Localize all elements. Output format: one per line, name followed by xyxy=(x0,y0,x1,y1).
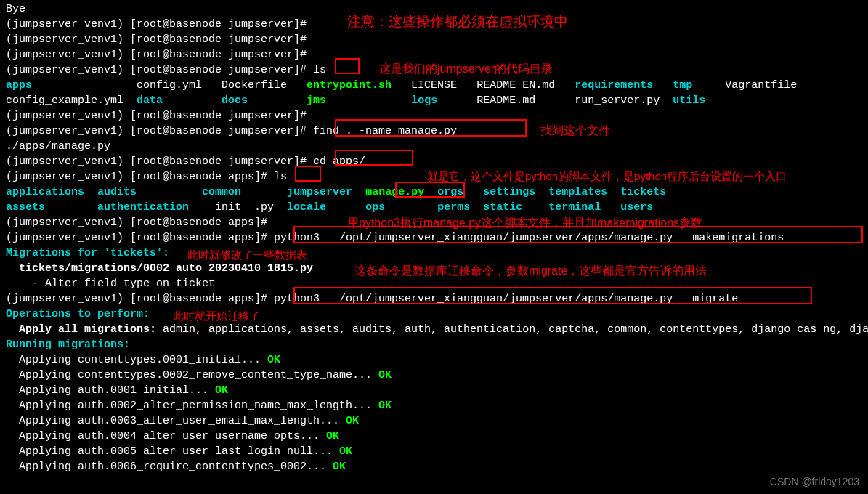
dir-item: assets xyxy=(6,201,45,214)
dir-apps: apps xyxy=(6,79,32,92)
migration-text: Applying auth.0005_alter_user_last_login… xyxy=(6,445,339,458)
command-ls: ls xyxy=(274,171,287,183)
dir-item: terminal xyxy=(548,201,601,214)
dir-item: audits xyxy=(97,186,137,198)
migration-text: Applying auth.0006_require_contenttypes_… xyxy=(6,461,333,473)
migration-line: Applying auth.0004_alter_user_username_o… xyxy=(6,429,862,444)
watermark: CSDN @friday1203 xyxy=(770,474,859,490)
dir-item: perms xyxy=(437,201,470,214)
dir-item: ops xyxy=(365,201,385,214)
dir-item: templates xyxy=(548,186,607,198)
annotation-find: 找到这个文件 xyxy=(540,123,610,138)
exec-manage: manage.py xyxy=(365,186,424,198)
dir-item: static xyxy=(483,201,522,214)
apply-all-line: Apply all migrations: admin, application… xyxy=(6,322,862,337)
prompt-line: (jumpserver_venv1) [root@basenode jumpse… xyxy=(6,32,862,47)
ls-output-row: apps config.yml Dockerfile entrypoint.sh… xyxy=(6,78,862,93)
exec-entrypoint: entrypoint.sh xyxy=(307,79,392,92)
annotation-modified: 此时就修改了一些数据表 xyxy=(187,247,307,262)
prompt-line: (jumpserver_venv1) [root@basenode jumpse… xyxy=(6,47,862,62)
migration-line: Applying contenttypes.0001_initial... OK xyxy=(6,352,862,368)
prompt-line: (jumpserver_venv1) [root@basenode apps]#… xyxy=(6,291,862,307)
dir-data: data xyxy=(137,94,163,107)
ok-status: OK xyxy=(378,369,392,381)
dir-tmp: tmp xyxy=(673,79,692,92)
prompt-line: (jumpserver_venv1) [root@basenode jumpse… xyxy=(6,124,862,139)
exec-jms: jms xyxy=(307,94,326,107)
dir-item: authentication xyxy=(97,201,189,214)
migration-detail: - Alter field type on ticket xyxy=(6,276,862,291)
dir-item: users xyxy=(620,201,653,214)
prompt-line: (jumpserver_venv1) [root@basenode jumpse… xyxy=(6,154,862,169)
dir-item: tickets xyxy=(620,186,666,198)
prompt: (jumpserver_venv1) [root@basenode jumpse… xyxy=(6,64,313,76)
apply-all-label: Apply all migrations: xyxy=(6,323,156,336)
migration-text: Applying auth.0003_alter_user_email_max_… xyxy=(6,415,346,427)
dir-item: orgs xyxy=(437,186,463,198)
command-migrate: python3 /opt/jumpserver_xiangguan/jumpse… xyxy=(274,293,738,305)
dir-requirements: requirements xyxy=(575,79,653,92)
migration-text: Applying contenttypes.0002_remove_conten… xyxy=(6,369,378,381)
operations-header: Operations to perform: xyxy=(6,307,862,322)
command-find: find . -name manage.py xyxy=(313,125,457,137)
ls-output-row: config_example.yml data docs jms logs RE… xyxy=(6,93,862,108)
running-header: Running migrations: xyxy=(6,337,862,352)
migration-text: Applying auth.0002_alter_permission_name… xyxy=(6,400,378,412)
dir-logs: logs xyxy=(411,94,437,107)
migration-text: Applying auth.0001_initial... xyxy=(6,384,215,397)
annotation-note: 注意：这些操作都必须在虚拟环境中 xyxy=(347,14,568,29)
ok-status: OK xyxy=(267,354,280,366)
ok-status: OK xyxy=(326,430,339,442)
migration-text: Applying auth.0004_alter_user_username_o… xyxy=(6,430,326,442)
migration-line: Applying auth.0002_alter_permission_name… xyxy=(6,398,862,413)
prompt: (jumpserver_venv1) [root@basenode jumpse… xyxy=(6,125,313,137)
prompt: (jumpserver_venv1) [root@basenode apps]# xyxy=(6,171,274,183)
ls-output-row: assets authentication __init__.py locale… xyxy=(6,200,862,215)
ok-status: OK xyxy=(333,461,346,473)
command-ls: ls xyxy=(313,64,326,76)
find-result: ./apps/manage.py xyxy=(6,139,862,154)
annotation-manage: 就是它，这个文件是python的脚本文件，是python程序后台设置的一个入口 xyxy=(427,169,787,184)
dir-item: settings xyxy=(483,186,535,198)
ok-status: OK xyxy=(378,400,392,412)
dir-utils: utils xyxy=(673,94,705,107)
command-cd: cd apps/ xyxy=(313,155,365,168)
migration-line: Applying auth.0006_require_contenttypes_… xyxy=(6,459,862,474)
ok-status: OK xyxy=(215,384,228,397)
prompt: (jumpserver_venv1) [root@basenode jumpse… xyxy=(6,155,313,168)
dir-item: applications xyxy=(6,186,84,198)
prompt-line: (jumpserver_venv1) [root@basenode jumpse… xyxy=(6,108,862,124)
annotation-exec: 用python3执行manage.py这个脚本文件，并且加makemigrati… xyxy=(347,215,702,230)
ok-status: OK xyxy=(346,415,359,427)
migration-line: Applying auth.0005_alter_user_last_login… xyxy=(6,444,862,459)
annotation-start: 此时就开始迁移了 xyxy=(173,308,260,323)
prompt: (jumpserver_venv1) [root@basenode apps]# xyxy=(6,232,274,244)
apply-all-list: admin, applications, assets, audits, aut… xyxy=(156,323,868,336)
command-makemigrations: python3 /opt/jumpserver_xiangguan/jumpse… xyxy=(274,232,784,244)
migration-text: Applying contenttypes.0001_initial... xyxy=(6,354,267,366)
migration-line: Applying auth.0003_alter_user_email_max_… xyxy=(6,413,862,429)
dir-item: common xyxy=(202,186,241,198)
migrations-header: Migrations for 'tickets': xyxy=(6,246,862,261)
dir-item: jumpserver xyxy=(287,186,352,198)
ls-output-row: applications audits common jumpserver ma… xyxy=(6,185,862,200)
annotation-ls: 这是我们的jumpserver的代码目录 xyxy=(379,61,553,76)
migration-line: Applying auth.0001_initial... OK xyxy=(6,383,862,398)
migration-line: Applying contenttypes.0002_remove_conten… xyxy=(6,368,862,383)
prompt: (jumpserver_venv1) [root@basenode apps]# xyxy=(6,293,274,305)
annotation-migrate: 这条命令是数据库迁移命令，参数migrate，这些都是官方告诉的用法 xyxy=(354,263,707,278)
ok-status: OK xyxy=(339,445,352,458)
dir-docs: docs xyxy=(222,94,248,107)
prompt-line: (jumpserver_venv1) [root@basenode apps]#… xyxy=(6,230,862,246)
dir-item: locale xyxy=(287,201,326,214)
